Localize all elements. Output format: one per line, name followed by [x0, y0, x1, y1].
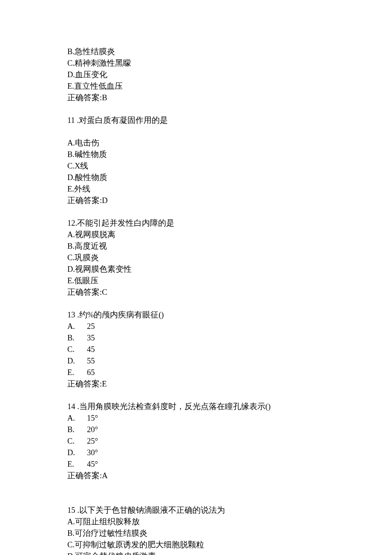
- question-stem: 13 .约%的颅内疾病有眼征(): [67, 309, 392, 321]
- option-a: A.25: [67, 321, 392, 332]
- option-letter: B.: [67, 424, 87, 436]
- option-letter: A.: [67, 321, 87, 332]
- option-c: C.可抑制过敏原诱发的肥大细胞脱颗粒: [67, 539, 392, 551]
- option-d: D.酸性物质: [67, 172, 392, 183]
- question-stem: 11 .对蛋白质有凝固作用的是: [67, 115, 392, 126]
- question-stem: 15 .以下关于色甘酸钠滴眼液不正确的说法为: [67, 505, 392, 516]
- option-c: C.X线: [67, 160, 392, 172]
- option-c: C.25°: [67, 436, 392, 447]
- option-value: 45°: [87, 460, 98, 468]
- answer-line: 正确答案:C: [67, 287, 392, 298]
- answer-line: 正确答案:A: [67, 470, 392, 482]
- option-value: 45: [87, 345, 95, 354]
- option-letter: B.: [67, 332, 87, 344]
- option-letter: D.: [67, 355, 87, 367]
- option-letter: A.: [67, 413, 87, 424]
- option-d: D.可完全替代糖皮质激素: [67, 551, 392, 555]
- option-value: 65: [87, 368, 95, 377]
- option-b: B.急性结膜炎: [67, 46, 392, 58]
- option-e: E.65: [67, 367, 392, 378]
- option-value: 25°: [87, 437, 98, 445]
- option-e: E.直立性低血压: [67, 81, 392, 92]
- option-a: A.可阻止组织胺释放: [67, 516, 392, 528]
- answer-line: 正确答案:D: [67, 195, 392, 206]
- option-value: 30°: [87, 448, 98, 457]
- option-b: B.高度近视: [67, 241, 392, 252]
- option-d: D.55: [67, 355, 392, 367]
- option-e: E.低眼压: [67, 275, 392, 287]
- option-d: D.30°: [67, 447, 392, 459]
- option-b: B.可治疗过敏性结膜炎: [67, 528, 392, 539]
- option-letter: C.: [67, 344, 87, 355]
- option-value: 55: [87, 357, 95, 365]
- question-12: 12.不能引起并发性白内障的是 A.视网膜脱离 B.高度近视 C.巩膜炎 D.视…: [67, 218, 392, 298]
- option-a: A.电击伤: [67, 137, 392, 149]
- option-e: E.外线: [67, 183, 392, 195]
- option-a: A.15°: [67, 413, 392, 424]
- question-stem: 12.不能引起并发性白内障的是: [67, 218, 392, 229]
- answer-line: 正确答案:B: [67, 92, 392, 104]
- option-letter: C.: [67, 436, 87, 447]
- question-15: 15 .以下关于色甘酸钠滴眼液不正确的说法为 A.可阻止组织胺释放 B.可治疗过…: [67, 505, 392, 555]
- option-value: 20°: [87, 425, 98, 434]
- option-e: E.45°: [67, 459, 392, 470]
- option-b: B.35: [67, 332, 392, 344]
- option-c: C.精神刺激性黑矇: [67, 58, 392, 69]
- option-d: D.视网膜色素变性: [67, 264, 392, 275]
- option-d: D.血压变化: [67, 69, 392, 81]
- option-c: C.巩膜炎: [67, 252, 392, 264]
- option-b: B.碱性物质: [67, 149, 392, 160]
- option-a: A.视网膜脱离: [67, 229, 392, 241]
- option-value: 25: [87, 322, 95, 331]
- question-14: 14 .当用角膜映光法检查斜度时，反光点落在瞳孔缘表示() A.15° B.20…: [67, 401, 392, 482]
- option-letter: E.: [67, 459, 87, 470]
- option-value: 15°: [87, 414, 98, 422]
- question-stem: 14 .当用角膜映光法检查斜度时，反光点落在瞳孔缘表示(): [67, 401, 392, 413]
- spacer: [67, 493, 392, 505]
- answer-line: 正确答案:E: [67, 378, 392, 390]
- option-c: C.45: [67, 344, 392, 355]
- question-11: 11 .对蛋白质有凝固作用的是 A.电击伤 B.碱性物质 C.X线 D.酸性物质…: [67, 115, 392, 206]
- question-10-continued: B.急性结膜炎 C.精神刺激性黑矇 D.血压变化 E.直立性低血压 正确答案:B: [67, 46, 392, 104]
- question-13: 13 .约%的颅内疾病有眼征() A.25 B.35 C.45 D.55 E.6…: [67, 309, 392, 390]
- option-letter: D.: [67, 447, 87, 459]
- option-value: 35: [87, 334, 95, 342]
- option-b: B.20°: [67, 424, 392, 436]
- option-letter: E.: [67, 367, 87, 378]
